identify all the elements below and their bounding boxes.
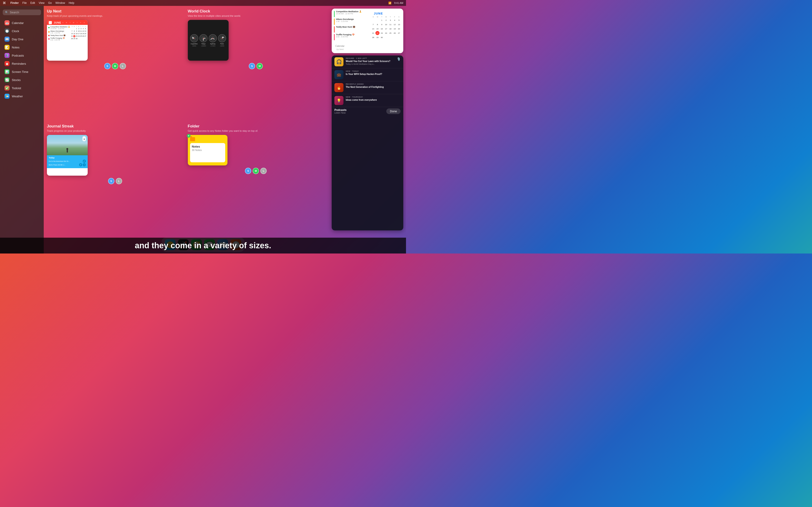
notes-white-area: Notes 30 Notes: [190, 143, 225, 162]
sidebar-item-screentime[interactable]: 📊 Screen Time: [1, 68, 43, 76]
notes-widget-preview[interactable]: + Notes 30 Notes: [188, 135, 227, 165]
podcast-item-3[interactable]: 🔥 RECENTLY ADDED The Next Generation of …: [332, 81, 403, 94]
avatar-l: L: [120, 63, 126, 69]
cal-right-event-4: Truffle Foraging 🍄 3:00 - 6:45 PM: [334, 34, 369, 40]
podcasts-footer: Podcasts Listen Now Done: [332, 107, 403, 115]
sidebar-item-notes[interactable]: 📝 Notes: [1, 43, 43, 51]
sidebar-label-notes: Notes: [12, 46, 19, 49]
cal-month: JUNE: [54, 21, 61, 24]
clock-paris: Paris +9HRS: [218, 34, 226, 47]
cal-right-days: 12345 78910111213 14151617181920 2122232…: [371, 18, 401, 39]
podcast-title-4: Ideas come from everywhere: [346, 99, 401, 101]
podcasts-sublabel: Listen Now: [335, 112, 346, 114]
cal-event-4-title: Truffle Foraging 🍄: [50, 37, 65, 39]
sidebar-label-podcasts: Podcasts: [12, 54, 24, 57]
podcast-info-2: NEW · TODAY Is Your WFH Setup Hacker-Pro…: [346, 70, 401, 75]
todoist-icon: ✅: [5, 86, 9, 91]
calendar-right-widget[interactable]: Competitive Meditation 🧘 10:30 AM - 12:3…: [332, 9, 403, 53]
avatar-s4: S: [245, 168, 251, 174]
search-bar[interactable]: 🔍 Search: [3, 9, 41, 15]
sidebar-item-weather[interactable]: 🌤️ Weather: [1, 92, 43, 100]
podcast-item-1[interactable]: 🎧 RESUME · 1 MIN LEFT Would You Cut Your…: [332, 55, 403, 68]
podcast-thumb-3: 🔥: [335, 83, 344, 92]
cal-right-event-2: Hikaru Dorodango 1:30 - 2:15 PM: [334, 18, 369, 25]
todoist-today-label: Today: [49, 157, 86, 159]
podcast-desc-1: Today is World Meditation Day a...: [346, 63, 395, 65]
weather-icon: 🌤️: [5, 94, 9, 99]
cal-right-mini-grid: JUNE SMTWTFS 12345 78910111213 141516171…: [371, 9, 403, 43]
podcast-badge-1: RESUME · 1 MIN LEFT: [346, 57, 395, 59]
cal-right-event-1: Competitive Meditation 🧘 10:30 AM - 12:3…: [334, 10, 369, 17]
menu-edit[interactable]: Edit: [30, 1, 35, 5]
up-next-title: Up Next: [47, 9, 183, 13]
journal-streak-desc: Track progress on your productivity: [47, 129, 183, 133]
avatar-m4: M: [253, 168, 259, 174]
menu-finder[interactable]: Finder: [10, 1, 19, 5]
journal-streak-title: Journal Streak: [47, 124, 183, 128]
cal-event-4-time: 3:00 - 6:45 PM: [50, 39, 65, 41]
notes-widget-header: [190, 137, 225, 141]
clock-sydney: Sydney +17HRS: [209, 34, 217, 47]
sidebar-item-calendar[interactable]: 📅 Calendar: [1, 19, 43, 27]
podcasts-app-icon-1: 🎙️: [397, 57, 401, 61]
podcast-item-2[interactable]: 💼 NEW · TODAY Is Your WFH Setup Hacker-P…: [332, 68, 403, 81]
sidebar-item-clock[interactable]: 🕐 Clock: [1, 27, 43, 35]
sidebar-label-reminders: Reminders: [12, 62, 26, 65]
podcast-info-3: RECENTLY ADDED The Next Generation of Fi…: [346, 83, 401, 89]
landscape-image: 3: [47, 135, 88, 155]
avatar-s3: S: [108, 178, 114, 184]
menu-view[interactable]: View: [39, 1, 45, 5]
screentime-icon: 📊: [5, 69, 9, 74]
podcast-title-1: Would You Cut Your Lawn with Scissors?: [346, 60, 395, 63]
menubar: ⌘ Finder File Edit View Go Window Help 📶…: [0, 0, 406, 6]
up-next-section: Up Next Keep track of your upcoming even…: [44, 6, 186, 122]
podcast-info-4: NEW · THURSDAY Ideas come from everywher…: [346, 96, 401, 101]
notes-title: Notes: [192, 145, 223, 148]
menu-file[interactable]: File: [22, 1, 27, 5]
menubar-wifi[interactable]: 📶: [388, 2, 392, 5]
avatar-m2: M: [256, 63, 263, 69]
menu-help[interactable]: Help: [69, 1, 74, 5]
cal-event-1-time: 10:30 AM - 12:30 PM: [50, 28, 70, 30]
right-panel: Competitive Meditation 🧘 10:30 AM - 12:3…: [329, 6, 406, 233]
stocks-icon: 📈: [5, 77, 9, 82]
cal-event-2-time: 1:30 - 2:15 PM: [50, 32, 64, 34]
podcast-item-4[interactable]: 💡 NEW · THURSDAY Ideas come from everywh…: [332, 94, 403, 107]
sidebar-label-calendar: Calendar: [12, 21, 24, 25]
widget-row-bottom: Journal Streak Track progress on your pr…: [44, 122, 327, 238]
subtitle-text: and they come in a variety of sizes.: [135, 241, 271, 250]
done-button[interactable]: Done: [386, 108, 401, 114]
podcast-thumb-4: 💡: [335, 96, 344, 105]
sidebar-item-todoist[interactable]: ✅ Todoist: [1, 84, 43, 92]
sidebar-item-podcasts[interactable]: 🎙️ Podcasts: [1, 51, 43, 60]
world-clock-widget-preview[interactable]: Cupertino -0HRS Tokyo +18HRS: [188, 20, 229, 61]
clock-tokyo: Tokyo +18HRS: [199, 34, 208, 47]
sidebar-item-dayone[interactable]: 📖 Day One: [1, 35, 43, 43]
avatar-s2: S: [249, 63, 255, 69]
journal-widget-preview[interactable]: 3 Today Go to the American Eel St... ✓ B…: [47, 135, 88, 176]
sidebar-item-reminders[interactable]: ⏰ Reminders: [1, 60, 43, 68]
world-clock-title: World Clock: [188, 9, 324, 13]
podcasts-right-widget[interactable]: 🎧 RESUME · 1 MIN LEFT Would You Cut Your…: [332, 55, 403, 230]
avatar-m: M: [112, 63, 118, 69]
sidebar-item-stocks[interactable]: 📈 Stocks: [1, 76, 43, 84]
menubar-clock-display: 9:41 AM: [394, 2, 403, 4]
dayone-icon: 📖: [5, 37, 9, 42]
menu-go[interactable]: Go: [48, 1, 52, 5]
sidebar-label-weather: Weather: [12, 95, 23, 98]
cal-right-event-3: Teddy Bear Hunt 🐻: [334, 26, 369, 33]
clock-icon: 🕐: [5, 29, 9, 34]
cal-event-2-title: Hikaru Dorodango: [50, 30, 64, 32]
podcasts-icon: 🎙️: [5, 53, 9, 58]
menu-window[interactable]: Window: [55, 1, 65, 5]
sidebar-label-todoist: Todoist: [12, 87, 21, 90]
cal-event-3-title: Teddy Bear Hunt 🐻: [50, 35, 65, 37]
up-next-widget-preview[interactable]: JUNE S M T W T F S: [47, 20, 88, 61]
apple-menu[interactable]: ⌘: [3, 1, 6, 5]
search-icon: 🔍: [5, 11, 8, 14]
podcast-title-3: The Next Generation of Firefighting: [346, 86, 401, 89]
notes-icon: 📝: [5, 45, 9, 50]
podcast-thumb-2: 💼: [335, 70, 344, 79]
avatar-s: S: [104, 63, 111, 69]
search-placeholder: Search: [10, 11, 19, 14]
